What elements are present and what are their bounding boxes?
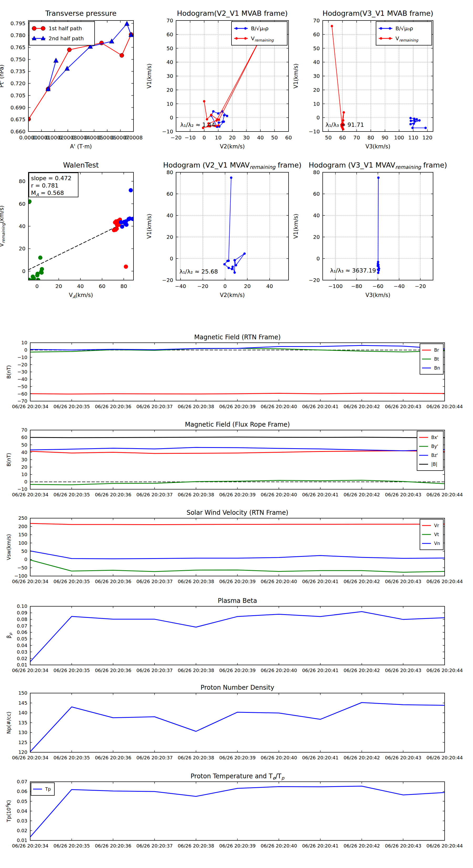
hodogram-v2v1-mvab-ytick: 60 <box>167 31 173 38</box>
magnetic-field-rtn-xtick: 06/26 20:20:44 <box>427 404 463 409</box>
magnetic-field-rtn-xtick: 06/26 20:20:34 <box>12 404 48 409</box>
plasma-beta-ticks <box>30 606 445 665</box>
proton-temperature-xtick: 06/26 20:20:38 <box>178 843 214 848</box>
magnetic-field-flux-rope-ylabel: B(nT) <box>6 453 11 467</box>
hodogram-v3v1-mvab-series-b-over-sqrt-mu0rho <box>409 117 427 129</box>
plasma-beta-ytick: 0.10 <box>17 603 27 609</box>
walen-test-series-blue-points <box>119 188 135 228</box>
proton-number-density-tick-labels: 06/26 20:20:3406/26 20:20:3506/26 20:20:… <box>12 690 463 761</box>
hodogram-v2v1-mvav-ytick: −20 <box>162 277 173 283</box>
hodogram-v2v1-mvab-xtick: 50 <box>271 134 278 141</box>
hodogram-v3v1-mvav-ytick: 20 <box>313 234 320 240</box>
hodogram-v2v1-mvav-ytick: 80 <box>167 169 173 176</box>
hodogram-v2v1-mvab-xtick: −20 <box>171 134 181 141</box>
plasma-beta-ytick: 0.02 <box>17 656 27 661</box>
hodogram-v2v1-mvab-xtick: −10 <box>184 134 196 141</box>
magnetic-field-flux-rope-xtick: 06/26 20:20:36 <box>95 492 131 497</box>
magnetic-field-flux-rope-axes: 06/26 20:20:3406/26 20:20:3506/26 20:20:… <box>6 421 463 497</box>
hodogram-v3v1-mvav-ylabel: V1(km/s) <box>293 214 299 239</box>
solar-wind-velocity-ytick: 150 <box>19 532 27 537</box>
proton-temperature-xtick: 06/26 20:20:43 <box>385 843 421 848</box>
proton-temperature-legend-label: Tp <box>45 786 51 792</box>
magnetic-field-flux-rope-ytick: 20 <box>21 464 27 470</box>
plasma-beta-ylabel: βp <box>6 632 12 639</box>
hodogram-v2v1-mvab-xtick: 10 <box>215 134 222 141</box>
proton-number-density-axes: 06/26 20:20:3406/26 20:20:3506/26 20:20:… <box>6 684 463 761</box>
magnetic-field-rtn-title: Magnetic Field (RTN Frame) <box>194 334 281 341</box>
proton-number-density-ticks <box>30 693 445 752</box>
plasma-beta-title: Plasma Beta <box>218 597 257 604</box>
plasma-beta-ytick: 0.09 <box>17 610 27 616</box>
hodogram-v2v1-mvab-series-group <box>202 35 263 129</box>
hodogram-v2v1-mvav-xtick: 40 <box>266 283 273 289</box>
hodogram-v3v1-mvab-xtick: 80 <box>367 134 374 141</box>
solar-wind-velocity-ytick: 0 <box>25 557 27 562</box>
transverse-pressure-ytick: 0.690 <box>10 104 26 111</box>
solar-wind-velocity-ylabel: Vsw(km/s) <box>6 534 11 560</box>
hodogram-v2v1-mvav-xtick: 20 <box>244 283 250 289</box>
solar-wind-velocity-ytick: 100 <box>19 540 27 546</box>
walen-test-ylabel: Vremaining(km/s) <box>0 206 6 247</box>
walen-test-textbox-line: MA = 0.568 <box>31 190 64 197</box>
magnetic-field-flux-rope-ticks <box>30 430 445 489</box>
walen-test-xtick: 0 <box>35 283 39 289</box>
hodogram-v2v1-mvav-title: Hodogram (V2_V1 MVAVremaining frame) <box>163 161 302 170</box>
magnetic-field-flux-rope-series-Bz-prime <box>30 447 445 451</box>
solar-wind-velocity-ytick: 200 <box>19 524 27 529</box>
proton-temperature-ylabel: Tp(106K) <box>5 800 11 823</box>
transverse-pressure-svg: 0.00000.00010.00020.00030.00040.00050.00… <box>0 5 165 157</box>
magnetic-field-rtn-ytick: −60 <box>18 391 27 397</box>
plasma-beta-ytick: 0.05 <box>17 636 27 642</box>
proton-temperature-series-group <box>30 786 445 837</box>
proton-number-density-xtick: 06/26 20:20:40 <box>261 755 297 761</box>
hodogram-v3v1-mvav-xtick: −20 <box>415 283 426 289</box>
solar-wind-velocity-xtick: 06/26 20:20:40 <box>261 579 297 584</box>
hodogram-v2v1-mvav-grid <box>176 172 289 280</box>
proton-temperature-xtick: 06/26 20:20:36 <box>95 843 131 848</box>
proton-number-density-xtick: 06/26 20:20:38 <box>178 755 214 761</box>
solar-wind-velocity-xtick: 06/26 20:20:42 <box>343 579 380 584</box>
plasma-beta-xtick: 06/26 20:20:36 <box>95 668 131 673</box>
hodogram-v3v1-mvav-axes: −100−80−60−40−20−20020406080Hodogram (V3… <box>293 161 447 298</box>
transverse-pressure-legend: 1st half path2nd half path <box>29 22 95 45</box>
walen-test-xtick: 60 <box>99 283 105 289</box>
walen-test-xlabel: VA(km/s) <box>69 292 93 299</box>
transverse-pressure-ytick: 0.750 <box>10 56 26 63</box>
solar-wind-velocity-xtick: 06/26 20:20:39 <box>219 579 256 584</box>
plasma-beta-ytick: 0.04 <box>17 643 27 648</box>
hodogram-v3v1-mvab-ytick: 20 <box>313 87 320 93</box>
plasma-beta-xtick: 06/26 20:20:37 <box>136 668 173 673</box>
plasma-beta-frame <box>30 606 445 665</box>
solar-wind-velocity-ytick: 50 <box>21 549 27 554</box>
transverse-pressure-ytick: 0.735 <box>10 68 26 74</box>
hodogram-v2v1-mvav-ticks <box>176 172 289 280</box>
transverse-pressure-ylabel: Pt' (nPa) <box>0 64 5 88</box>
hodogram-v3v1-mvav-annotation: λ₁/λ₃ ≈ 3637.19 <box>330 267 376 274</box>
transverse-pressure-xtick: 0.0008 <box>124 134 143 141</box>
solar-wind-velocity-frame <box>30 518 445 576</box>
plasma-beta-xtick: 06/26 20:20:38 <box>178 668 214 673</box>
magnetic-field-flux-rope-ytick: 50 <box>21 442 27 448</box>
proton-temperature-xtick: 06/26 20:20:42 <box>343 843 380 848</box>
proton-number-density-title: Proton Number Density <box>201 684 274 691</box>
solar-wind-velocity-axes: 06/26 20:20:3406/26 20:20:3506/26 20:20:… <box>6 509 463 584</box>
hodogram-v3v1-mvab-series-v-remaining <box>331 25 345 130</box>
magnetic-field-rtn-xtick: 06/26 20:20:39 <box>219 404 256 409</box>
hodogram-v2v1-mvav-ytick: 20 <box>167 234 173 240</box>
walen-test-ytick: 40 <box>19 223 26 229</box>
solar-wind-velocity-series-Vr <box>30 523 445 525</box>
walen-test-xtick: 40 <box>77 283 83 289</box>
transverse-pressure-ytick: 0.795 <box>10 20 26 27</box>
transverse-pressure-ytick: 0.720 <box>10 80 26 87</box>
proton-temperature-ytick: 0.02 <box>17 828 27 833</box>
hodogram-v3v1-mvab-ytick: 60 <box>313 31 320 38</box>
proton-temperature-title: Proton Temperature and Te/Tp <box>191 773 284 781</box>
hodogram-v3v1-mvab-axes: 5060708090100110120−10010203040506070Hod… <box>293 9 433 150</box>
hodogram-v3v1-mvab-xtick: 60 <box>339 134 346 141</box>
proton-number-density-ytick: 145 <box>19 700 27 706</box>
proton-temperature-xtick: 06/26 20:20:39 <box>219 843 256 848</box>
plasma-beta-xtick: 06/26 20:20:34 <box>12 668 48 673</box>
transverse-pressure-ytick: 0.780 <box>10 32 26 38</box>
solar-wind-velocity-legend-label: Vt <box>434 532 439 537</box>
magnetic-field-rtn-series-Br <box>30 393 445 394</box>
